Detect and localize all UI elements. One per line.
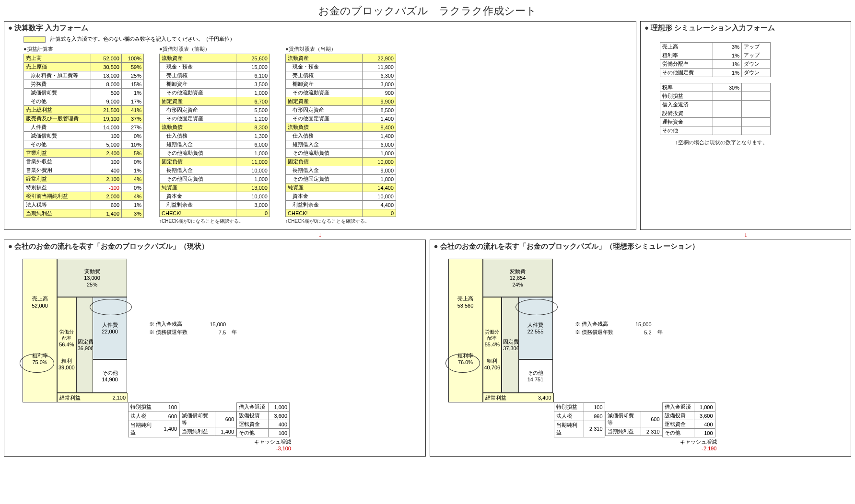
row-value[interactable]: 10,000 (236, 192, 270, 201)
gross-rate-ellipse (445, 354, 480, 373)
row-value: 22,900 (363, 54, 396, 63)
row-value[interactable]: 6,100 (236, 71, 270, 80)
bs-curr-note: ↑CHECK欄が0になることを確認する。 (285, 218, 396, 225)
row-value[interactable] (713, 109, 742, 118)
flow-value: 1,400 (158, 421, 179, 437)
ldr-ellipse (90, 299, 132, 315)
flow-table-2: 減価償却費等600当期純利益1,400 (179, 411, 236, 436)
table-row: 特別損益100 (554, 403, 605, 412)
row-label: 短期借入金 (286, 140, 363, 149)
row-label: その他固定資産 (286, 115, 363, 123)
row-value[interactable]: 3% (713, 43, 742, 51)
row-value[interactable] (713, 126, 742, 135)
row-value[interactable]: 1% (713, 60, 742, 69)
row-label: 借入金返済 (660, 101, 713, 109)
row-value[interactable]: 8,500 (363, 106, 396, 115)
row-value[interactable]: 6,000 (363, 140, 396, 149)
row-value[interactable]: 1,000 (236, 175, 270, 183)
table-row: 減価償却費等600 (180, 412, 236, 427)
row-value[interactable]: 15,000 (236, 63, 270, 71)
table-row: 売上債権6,300 (286, 71, 396, 80)
sim-table-1: 売上高3%アップ粗利率1%アップ労働分配率1%ダウンその他固定費1%ダウン (660, 42, 771, 77)
row-value[interactable]: 14,000 (91, 123, 122, 132)
row-value[interactable]: 600 (91, 201, 122, 209)
row-value[interactable]: 1,300 (236, 132, 270, 140)
row-label: 法人税等 (24, 201, 91, 209)
row-value[interactable]: 5,500 (236, 106, 270, 115)
labor-label: 人件費 (102, 321, 118, 328)
row-value[interactable] (713, 101, 742, 109)
row-label: 現金・預金 (286, 63, 363, 71)
flow-value: 100 (269, 429, 290, 437)
row-value[interactable]: 10,000 (236, 166, 270, 175)
row-value[interactable]: 500 (91, 89, 122, 97)
row-value[interactable]: 4,400 (363, 201, 396, 209)
row-value[interactable]: 1% (713, 69, 742, 77)
row-value[interactable] (713, 118, 742, 126)
row-label: 販売費及び一般管理費 (24, 115, 91, 123)
row-value[interactable]: 3,000 (236, 201, 270, 209)
row-value[interactable]: 1,200 (236, 115, 270, 123)
row-value[interactable]: 13,000 (91, 71, 122, 80)
table-row: 純資産14,400 (286, 183, 396, 192)
table-row: 運転資金 (660, 118, 771, 126)
table-row: 販売費及び一般管理費19,10037% (24, 115, 144, 123)
table-row: 減価償却費5001% (24, 89, 144, 97)
row-pct: 15% (122, 80, 144, 89)
table-row: その他固定費1%ダウン (660, 69, 771, 77)
row-value[interactable]: 8,000 (91, 80, 122, 89)
labor-value: 22,555 (527, 328, 544, 335)
table-row: その他固定資産1,400 (286, 115, 396, 123)
table-row: その他固定負債1,000 (160, 175, 270, 183)
row-value[interactable]: 100 (91, 132, 122, 140)
row-value[interactable]: 6,300 (363, 71, 396, 80)
flow-label: 法人税 (554, 412, 584, 421)
flow-label: 当期純利益 (180, 427, 215, 436)
flow-label: 特別損益 (129, 403, 158, 412)
row-label: 流動負債 (160, 123, 236, 132)
flow-value: 1,000 (269, 403, 290, 412)
row-value[interactable]: 1,000 (236, 89, 270, 97)
row-value[interactable]: 5,000 (91, 140, 122, 149)
row-value[interactable]: 900 (363, 89, 396, 97)
row-label: 粗利率 (660, 51, 713, 60)
row-value[interactable]: 400 (91, 166, 122, 175)
row-value[interactable]: 11,900 (363, 63, 396, 71)
row-label: 固定負債 (160, 158, 236, 166)
table-row: その他固定資産1,200 (160, 115, 270, 123)
row-unit: ダウン (742, 60, 771, 69)
row-label: 長期借入金 (286, 166, 363, 175)
flow-label: 減価償却費等 (605, 412, 641, 427)
row-value[interactable]: 1% (713, 51, 742, 60)
labor-value: 22,000 (102, 328, 118, 335)
row-pct: 5% (122, 149, 144, 158)
row-value[interactable]: 1,000 (236, 149, 270, 158)
row-value[interactable]: 3,500 (236, 80, 270, 89)
block-title: ● 会社のお金の流れを表す「お金のブロックパズル」（現状） (8, 242, 422, 251)
row-value: 14,400 (363, 183, 396, 192)
row-label: 税引前当期純利益 (24, 192, 91, 201)
bs-prev-table: 流動資産25,600現金・預金15,000売上債権6,100棚卸資産3,500そ… (159, 54, 270, 217)
row-value[interactable]: 1,000 (363, 149, 396, 158)
row-value[interactable]: 6,000 (236, 140, 270, 149)
row-label: 棚卸資産 (160, 80, 236, 89)
row-value[interactable]: 1,400 (363, 115, 396, 123)
row-value[interactable]: 10,000 (363, 192, 396, 201)
row-value: 25,600 (236, 54, 270, 63)
flow-value: 3,600 (269, 412, 290, 420)
row-value[interactable]: 30% (713, 83, 742, 92)
row-value[interactable]: 1,400 (363, 132, 396, 140)
table-row: 長期借入金9,000 (286, 166, 396, 175)
table-row: 税率30% (660, 83, 771, 92)
row-value[interactable]: 100 (91, 158, 122, 166)
row-value[interactable]: 9,000 (363, 166, 396, 175)
row-value[interactable]: 9,000 (91, 97, 122, 106)
flow-label: 設備投資 (237, 412, 269, 420)
flow-label: 特別損益 (554, 403, 584, 412)
table-row: その他流動資産900 (286, 89, 396, 97)
row-value[interactable] (713, 92, 742, 101)
row-value[interactable]: 1,000 (363, 175, 396, 183)
row-pct: 41% (122, 106, 144, 115)
table-row: 借入金返済 (660, 101, 771, 109)
row-value[interactable]: 3,800 (363, 80, 396, 89)
